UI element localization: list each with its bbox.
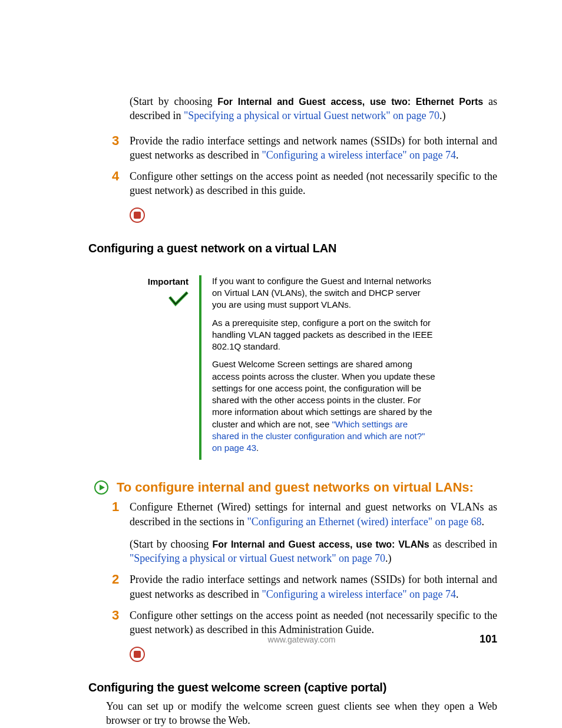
numbered-list-1: 3 Provide the radio interface settings a…: [112, 134, 497, 198]
link-configuring-ethernet[interactable]: "Configuring an Ethernet (wired) interfa…: [247, 516, 481, 528]
end-of-procedure-icon: [130, 207, 497, 223]
step-number: 3: [112, 607, 119, 624]
heading-guest-welcome-screen: Configuring the guest welcome screen (ca…: [88, 681, 497, 694]
callout-label: Important: [127, 276, 189, 286]
page-number: 101: [480, 633, 497, 645]
procedure-heading-row: To configure internal and guest networks…: [94, 480, 497, 495]
step-number: 3: [112, 132, 119, 150]
list-item: 2 Provide the radio interface settings a…: [112, 572, 497, 601]
intro-paragraph: (Start by choosing For Internal and Gues…: [130, 94, 497, 123]
list-item: 1 Configure Ethernet (Wired) settings fo…: [112, 500, 497, 565]
callout-label-column: Important: [127, 275, 199, 460]
link-specifying-guest-network[interactable]: "Specifying a physical or virtual Guest …: [184, 110, 439, 121]
text: as described in: [429, 538, 497, 550]
text: .: [482, 516, 485, 528]
step-number: 4: [112, 167, 119, 185]
list-item: 3 Provide the radio interface settings a…: [112, 134, 497, 163]
text: (Start by choosing: [130, 538, 212, 550]
list-item: 4 Configure other settings on the access…: [112, 169, 497, 198]
link-configuring-wireless[interactable]: "Configuring a wireless interface" on pa…: [262, 149, 456, 161]
sub-paragraph: (Start by choosing For Internal and Gues…: [130, 537, 497, 566]
callout-body: If you want to configure the Guest and I…: [199, 275, 436, 460]
page-footer: www.gateway.com 101: [88, 633, 497, 645]
link-configuring-wireless[interactable]: "Configuring a wireless interface" on pa…: [262, 588, 456, 600]
callout-paragraph: If you want to configure the Guest and I…: [212, 275, 436, 311]
procedure-heading: To configure internal and guest networks…: [117, 480, 474, 495]
text: .: [256, 443, 259, 453]
end-of-procedure-icon: [130, 647, 497, 662]
callout-paragraph: As a prerequisite step, configure a port…: [212, 317, 436, 353]
text: .): [439, 110, 446, 121]
svg-rect-1: [134, 212, 141, 219]
text: (Start by choosing: [130, 95, 217, 107]
text: .): [385, 552, 392, 564]
bold-text: For Internal and Guest access, use two: …: [212, 539, 429, 549]
text: Configure other settings on the access p…: [130, 610, 497, 635]
text: .: [456, 149, 459, 161]
step-number: 2: [112, 571, 119, 588]
step-number: 1: [112, 498, 119, 516]
link-specifying-guest-network[interactable]: "Specifying a physical or virtual Guest …: [130, 552, 385, 564]
numbered-list-2: 1 Configure Ethernet (Wired) settings fo…: [112, 500, 497, 637]
footer-url: www.gateway.com: [268, 635, 336, 644]
play-icon: [94, 480, 108, 495]
text: Configure other settings on the access p…: [130, 170, 497, 196]
page: (Start by choosing For Internal and Gues…: [0, 0, 562, 728]
svg-rect-4: [134, 651, 141, 658]
callout-paragraph: Guest Welcome Screen settings are shared…: [212, 358, 436, 454]
text: .: [456, 588, 459, 600]
important-callout: Important If you want to configure the G…: [127, 275, 497, 460]
heading-guest-network-vlan: Configuring a guest network on a virtual…: [88, 242, 497, 255]
body-paragraph: You can set up or modify the welcome scr…: [106, 699, 497, 728]
checkmark-icon: [168, 291, 189, 308]
bold-text: For Internal and Guest access, use two: …: [217, 97, 483, 107]
